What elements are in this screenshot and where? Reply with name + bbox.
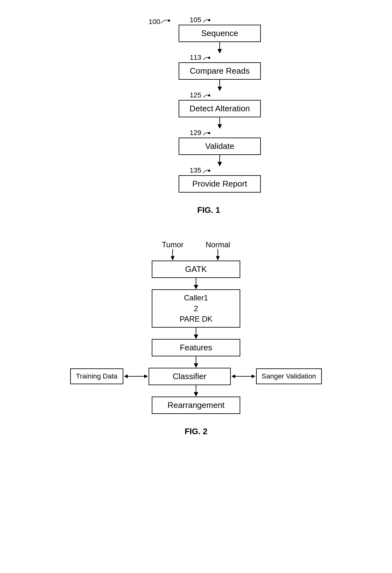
fig2-arrow-4 xyxy=(191,385,201,397)
step-129-label: 129 xyxy=(190,129,269,137)
step-113-text: Compare Reads xyxy=(190,66,249,76)
tumor-label: Tumor xyxy=(162,240,183,249)
features-text: Features xyxy=(180,343,212,352)
tumor-arrow xyxy=(169,249,176,261)
classifier-box: Classifier xyxy=(149,368,231,385)
arrow-4 xyxy=(171,155,269,166)
fig2-caption: FIG. 2 xyxy=(185,427,207,436)
arrow-2 xyxy=(171,80,269,91)
svg-marker-17 xyxy=(194,363,198,368)
left-bidir-arrow xyxy=(123,372,149,381)
step-135-ref-arrow xyxy=(203,168,210,174)
classifier-row: Training Data xyxy=(54,368,338,385)
caller-box: Caller1 2 PARE DK xyxy=(152,289,240,328)
step-113-box: Compare Reads xyxy=(179,62,261,80)
rearrangement-text: Rearrangement xyxy=(168,400,225,410)
normal-label: Normal xyxy=(206,240,230,249)
svg-marker-15 xyxy=(194,335,198,339)
step-105-label: 105 xyxy=(190,16,269,24)
normal-input: Normal xyxy=(206,240,230,261)
sanger-validation-text: Sanger Validation xyxy=(262,372,316,380)
step-125-text: Detect Alteration xyxy=(190,104,250,113)
step-129-ref-arrow xyxy=(203,130,210,136)
step-113-label: 113 xyxy=(190,53,269,62)
page: 100 105 xyxy=(0,0,392,573)
svg-marker-3 xyxy=(217,87,222,91)
training-data-box: Training Data xyxy=(70,368,123,384)
svg-marker-7 xyxy=(217,162,222,166)
step-129-text: Validate xyxy=(205,141,234,151)
left-side: Training Data xyxy=(70,368,148,384)
svg-marker-9 xyxy=(171,256,175,261)
gatk-text: GATK xyxy=(185,264,207,274)
classifier-text: Classifier xyxy=(173,372,206,381)
step-135-box: Provide Report xyxy=(179,175,261,193)
arrow-1 xyxy=(171,42,269,53)
right-side: Sanger Validation xyxy=(231,368,322,384)
right-bidir-arrow xyxy=(231,372,256,381)
svg-marker-21 xyxy=(194,392,198,397)
gatk-box: GATK xyxy=(152,261,240,278)
svg-marker-5 xyxy=(217,124,222,129)
step-129-box: Validate xyxy=(179,138,261,155)
caller-line3: PARE DK xyxy=(159,314,233,324)
caller-line1: Caller1 xyxy=(159,293,233,303)
caller-line2: 2 xyxy=(159,303,233,314)
svg-marker-1 xyxy=(217,49,222,53)
training-data-text: Training Data xyxy=(76,372,117,380)
step-135-text: Provide Report xyxy=(192,179,247,188)
tumor-input: Tumor xyxy=(162,240,183,261)
step-105-ref-arrow xyxy=(203,17,210,23)
svg-marker-11 xyxy=(216,256,220,261)
step-125-label: 125 xyxy=(190,91,269,99)
sanger-validation-box: Sanger Validation xyxy=(256,368,322,384)
rearrangement-box: Rearrangement xyxy=(152,397,240,414)
fig1-section: 100 105 xyxy=(0,0,392,215)
step-125-ref-arrow xyxy=(203,93,210,98)
diagram-label-100: 100 xyxy=(149,18,160,26)
fig1-caption: FIG. 1 xyxy=(197,205,220,215)
features-box: Features xyxy=(152,339,240,356)
step-113-ref-arrow xyxy=(203,55,210,61)
normal-arrow xyxy=(215,249,221,261)
step-105-box: Sequence xyxy=(179,25,261,42)
step-135-label: 135 xyxy=(190,166,269,175)
arrow-3 xyxy=(171,117,269,129)
fig1-ref-arrow xyxy=(161,18,170,24)
step-105-text: Sequence xyxy=(201,28,238,38)
step-125-box: Detect Alteration xyxy=(179,100,261,117)
fig2-input-labels: Tumor Normal xyxy=(149,240,243,261)
fig2-wrapper: Tumor Normal GATK xyxy=(54,240,338,414)
svg-marker-13 xyxy=(194,285,198,289)
fig2-arrow-3 xyxy=(191,356,201,368)
fig2-section: Tumor Normal GATK xyxy=(0,240,392,436)
fig2-arrow-2 xyxy=(191,328,201,339)
fig2-arrow-1 xyxy=(191,278,201,289)
